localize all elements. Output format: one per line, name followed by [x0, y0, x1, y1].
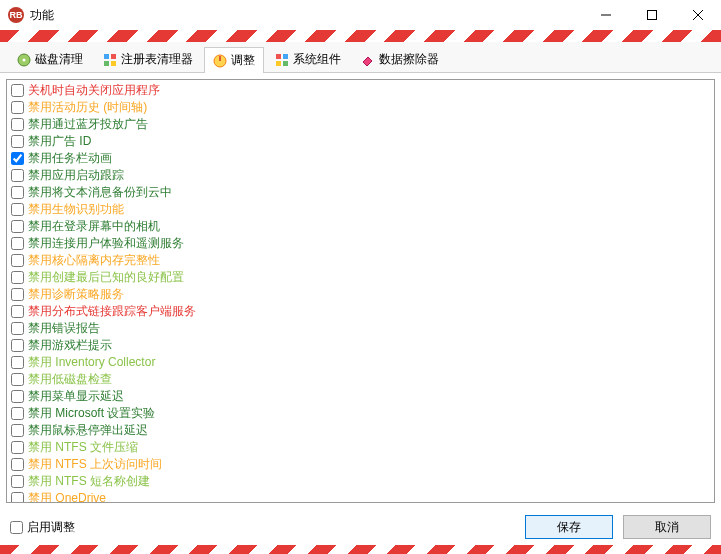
item-checkbox[interactable]	[11, 407, 24, 420]
item-label: 禁用鼠标悬停弹出延迟	[28, 422, 148, 439]
list-item[interactable]: 禁用分布式链接跟踪客户端服务	[11, 303, 710, 320]
item-label: 禁用游戏栏提示	[28, 337, 112, 354]
maximize-button[interactable]	[629, 0, 675, 30]
svg-rect-13	[283, 54, 288, 59]
tab-eraser[interactable]: 数据擦除器	[352, 46, 448, 72]
list-item[interactable]: 禁用诊断策略服务	[11, 286, 710, 303]
item-checkbox[interactable]	[11, 424, 24, 437]
app-icon: RB	[8, 7, 24, 23]
item-checkbox[interactable]	[11, 492, 24, 503]
titlebar: RB 功能	[0, 0, 721, 30]
item-checkbox[interactable]	[11, 84, 24, 97]
list-item[interactable]: 禁用错误报告	[11, 320, 710, 337]
item-checkbox[interactable]	[11, 186, 24, 199]
item-checkbox[interactable]	[11, 288, 24, 301]
list-item[interactable]: 禁用通过蓝牙投放广告	[11, 116, 710, 133]
item-label: 禁用错误报告	[28, 320, 100, 337]
item-label: 禁用连接用户体验和遥测服务	[28, 235, 184, 252]
item-checkbox[interactable]	[11, 237, 24, 250]
list-item[interactable]: 关机时自动关闭应用程序	[11, 82, 710, 99]
close-button[interactable]	[675, 0, 721, 30]
item-checkbox[interactable]	[11, 356, 24, 369]
list-item[interactable]: 禁用 Microsoft 设置实验	[11, 405, 710, 422]
item-label: 禁用 NTFS 文件压缩	[28, 439, 138, 456]
item-label: 关机时自动关闭应用程序	[28, 82, 160, 99]
item-label: 禁用诊断策略服务	[28, 286, 124, 303]
item-label: 禁用核心隔离内存完整性	[28, 252, 160, 269]
tab-registry[interactable]: 注册表清理器	[94, 46, 202, 72]
item-checkbox[interactable]	[11, 322, 24, 335]
item-checkbox[interactable]	[11, 458, 24, 471]
save-button[interactable]: 保存	[525, 515, 613, 539]
list-item[interactable]: 禁用 Inventory Collector	[11, 354, 710, 371]
item-checkbox[interactable]	[11, 118, 24, 131]
item-checkbox[interactable]	[11, 271, 24, 284]
tab-label: 注册表清理器	[121, 51, 193, 68]
list-item[interactable]: 禁用连接用户体验和遥测服务	[11, 235, 710, 252]
item-label: 禁用活动历史 (时间轴)	[28, 99, 147, 116]
item-checkbox[interactable]	[11, 390, 24, 403]
tab-label: 调整	[231, 52, 255, 69]
list-item[interactable]: 禁用 OneDrive	[11, 490, 710, 503]
list-item[interactable]: 禁用 NTFS 上次访问时间	[11, 456, 710, 473]
cancel-button[interactable]: 取消	[623, 515, 711, 539]
tweaks-list[interactable]: 关机时自动关闭应用程序禁用活动历史 (时间轴)禁用通过蓝牙投放广告禁用广告 ID…	[6, 79, 715, 503]
registry-icon	[103, 53, 117, 67]
list-item[interactable]: 禁用广告 ID	[11, 133, 710, 150]
svg-rect-8	[104, 61, 109, 66]
list-item[interactable]: 禁用 NTFS 短名称创建	[11, 473, 710, 490]
item-checkbox[interactable]	[11, 203, 24, 216]
components-icon	[275, 53, 289, 67]
item-checkbox[interactable]	[11, 475, 24, 488]
item-label: 禁用低磁盘检查	[28, 371, 112, 388]
item-label: 禁用菜单显示延迟	[28, 388, 124, 405]
svg-rect-15	[283, 61, 288, 66]
tab-disk[interactable]: 磁盘清理	[8, 46, 92, 72]
enable-tweaks-input[interactable]	[10, 521, 23, 534]
list-item[interactable]: 禁用生物识别功能	[11, 201, 710, 218]
item-checkbox[interactable]	[11, 220, 24, 233]
tab-label: 数据擦除器	[379, 51, 439, 68]
item-checkbox[interactable]	[11, 373, 24, 386]
list-item[interactable]: 禁用在登录屏幕中的相机	[11, 218, 710, 235]
svg-rect-12	[276, 54, 281, 59]
list-item[interactable]: 禁用游戏栏提示	[11, 337, 710, 354]
item-checkbox[interactable]	[11, 135, 24, 148]
item-checkbox[interactable]	[11, 254, 24, 267]
tab-components[interactable]: 系统组件	[266, 46, 350, 72]
item-label: 禁用将文本消息备份到云中	[28, 184, 172, 201]
list-item[interactable]: 禁用核心隔离内存完整性	[11, 252, 710, 269]
list-item[interactable]: 禁用 NTFS 文件压缩	[11, 439, 710, 456]
list-item[interactable]: 禁用应用启动跟踪	[11, 167, 710, 184]
tune-icon	[213, 54, 227, 68]
list-item[interactable]: 禁用鼠标悬停弹出延迟	[11, 422, 710, 439]
enable-tweaks-checkbox[interactable]: 启用调整	[10, 519, 75, 536]
minimize-button[interactable]	[583, 0, 629, 30]
tab-label: 磁盘清理	[35, 51, 83, 68]
item-checkbox[interactable]	[11, 152, 24, 165]
tab-tune[interactable]: 调整	[204, 47, 264, 73]
window-title: 功能	[30, 7, 583, 24]
item-checkbox[interactable]	[11, 305, 24, 318]
svg-rect-14	[276, 61, 281, 66]
list-item[interactable]: 禁用将文本消息备份到云中	[11, 184, 710, 201]
list-item[interactable]: 禁用活动历史 (时间轴)	[11, 99, 710, 116]
svg-rect-6	[104, 54, 109, 59]
window-controls	[583, 0, 721, 30]
item-label: 禁用生物识别功能	[28, 201, 124, 218]
list-item[interactable]: 禁用菜单显示延迟	[11, 388, 710, 405]
svg-point-5	[23, 58, 26, 61]
item-checkbox[interactable]	[11, 101, 24, 114]
item-checkbox[interactable]	[11, 441, 24, 454]
item-checkbox[interactable]	[11, 169, 24, 182]
list-item[interactable]: 禁用创建最后已知的良好配置	[11, 269, 710, 286]
item-label: 禁用分布式链接跟踪客户端服务	[28, 303, 196, 320]
item-label: 禁用在登录屏幕中的相机	[28, 218, 160, 235]
item-label: 禁用任务栏动画	[28, 150, 112, 167]
item-label: 禁用 NTFS 上次访问时间	[28, 456, 162, 473]
svg-rect-9	[111, 61, 116, 66]
list-item[interactable]: 禁用任务栏动画	[11, 150, 710, 167]
bottom-bar: 启用调整 保存 取消	[0, 509, 721, 545]
item-checkbox[interactable]	[11, 339, 24, 352]
list-item[interactable]: 禁用低磁盘检查	[11, 371, 710, 388]
